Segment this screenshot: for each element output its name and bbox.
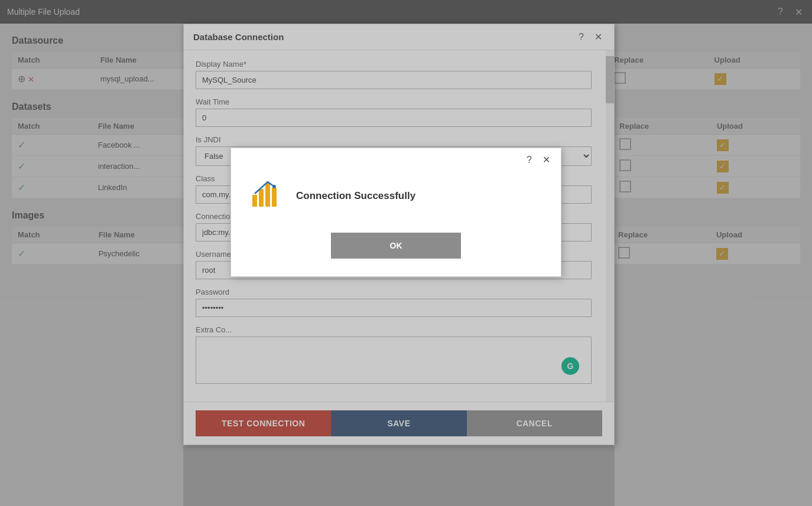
success-dialog-footer: OK [231, 233, 561, 276]
success-message: Connection Successfully [296, 190, 415, 202]
success-dialog-body: Connection Successfully [231, 165, 561, 233]
success-dialog-help-button[interactable]: ? [524, 154, 534, 165]
app-logo-icon [249, 177, 284, 213]
svg-rect-1 [259, 189, 264, 207]
success-dialog-header: ? ✕ [231, 148, 561, 165]
success-dialog-close-button[interactable]: ✕ [540, 154, 553, 165]
svg-rect-3 [272, 188, 277, 207]
success-icon [249, 177, 284, 215]
svg-point-4 [272, 185, 276, 188]
ok-button[interactable]: OK [331, 233, 461, 259]
success-dialog: ? ✕ Connection Successfully OK [230, 148, 561, 277]
svg-rect-2 [265, 183, 270, 207]
svg-rect-0 [252, 195, 257, 207]
